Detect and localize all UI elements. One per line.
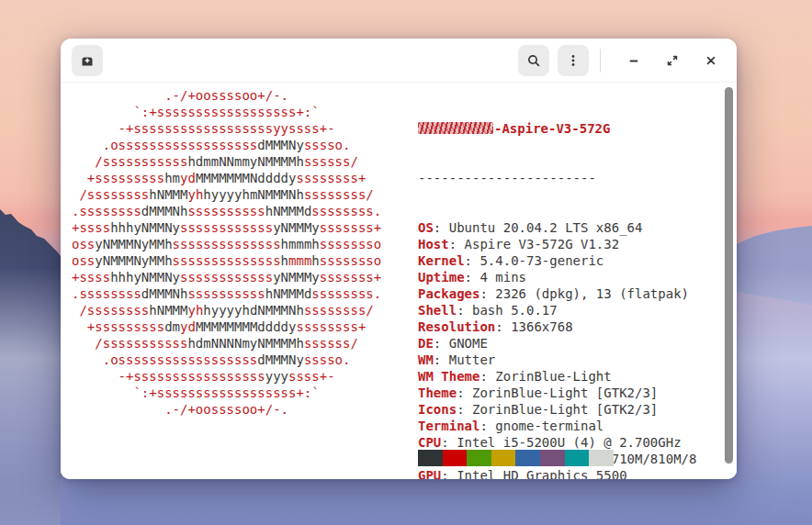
info-line: Packages: 2326 (dpkg), 13 (flatpak)	[418, 285, 696, 302]
info-value: : Aspire V3-572G V1.32	[449, 237, 619, 251]
info-line: OS: Ubuntu 20.04.2 LTS x86_64	[418, 219, 696, 236]
info-value: : ZorinBlue-Light	[479, 369, 611, 384]
info-value: : 5.4.0-73-generic	[465, 253, 604, 268]
palette-block	[515, 450, 540, 466]
palette-row-normal	[418, 450, 614, 466]
minimize-icon	[626, 53, 641, 68]
info-line: Theme: ZorinBlue-Light [GTK2/3]	[418, 385, 696, 401]
minimize-button[interactable]	[621, 48, 647, 73]
scrollbar[interactable]	[725, 87, 733, 464]
info-label: Theme	[418, 385, 457, 400]
info-label: Host	[418, 237, 449, 251]
info-label: OS	[418, 220, 434, 235]
info-label: WM Theme	[418, 369, 479, 384]
info-line: Uptime: 4 mins	[418, 269, 696, 285]
neofetch-title-underline: -----------------------	[418, 170, 696, 186]
palette-block	[491, 450, 516, 466]
ubuntu-ascii-logo: .-/+oossssoo+/-. `:+ssssssssssssssssss+:…	[72, 87, 381, 418]
info-value: : 1366x768	[495, 319, 572, 334]
maximize-button[interactable]	[660, 48, 685, 73]
info-value: : ZorinBlue-Light [GTK2/3]	[457, 385, 658, 400]
palette-block	[540, 450, 565, 466]
close-icon	[704, 53, 718, 68]
palette-block	[418, 450, 443, 466]
info-label: DE	[418, 336, 434, 351]
close-button[interactable]	[698, 48, 724, 73]
neofetch-title-line: -Aspire-V3-572G	[418, 120, 696, 137]
info-value: : GNOME	[434, 336, 488, 351]
headerbar	[61, 39, 737, 83]
info-line: WM: Mutter	[418, 352, 696, 368]
info-value: : 4 mins	[465, 270, 526, 285]
restore-icon	[665, 53, 680, 68]
menu-button[interactable]	[558, 45, 589, 76]
search-button[interactable]	[518, 45, 549, 76]
redacted-username-scribble	[418, 122, 493, 134]
new-tab-button[interactable]	[72, 45, 103, 76]
info-value: : ZorinBlue-Light [GTK2/3]	[457, 402, 658, 417]
terminal-color-palette	[418, 417, 614, 479]
desktop: .-/+oossssoo+/-. `:+ssssssssssssssssss+:…	[0, 0, 812, 525]
palette-block	[565, 450, 590, 466]
info-value: : bash 5.0.17	[457, 303, 558, 318]
headerbar-separator	[600, 49, 601, 73]
palette-block	[589, 450, 614, 466]
info-line: DE: GNOME	[418, 335, 696, 352]
info-label: Icons	[418, 402, 457, 417]
info-line: WM Theme: ZorinBlue-Light	[418, 368, 696, 385]
kebab-menu-icon	[566, 53, 581, 68]
tab-new-icon	[80, 53, 95, 68]
hostname-text: -Aspire-V3-572G	[494, 121, 610, 136]
info-line: Host: Aspire V3-572G V1.32	[418, 236, 696, 252]
info-line: Resolution: 1366x768	[418, 318, 696, 335]
palette-block	[443, 450, 468, 466]
info-value: : 2326 (dpkg), 13 (flatpak)	[479, 286, 689, 301]
neofetch-info: -Aspire-V3-572G ----------------------- …	[418, 87, 696, 479]
info-value: : Mutter	[434, 352, 495, 367]
magnifier-icon	[526, 53, 541, 68]
info-line: Icons: ZorinBlue-Light [GTK2/3]	[418, 401, 696, 418]
info-label: Kernel	[418, 253, 465, 268]
info-value: : Ubuntu 20.04.2 LTS x86_64	[434, 220, 643, 235]
info-label: Uptime	[418, 270, 465, 285]
palette-block	[467, 450, 491, 466]
info-line: Kernel: 5.4.0-73-generic	[418, 252, 696, 269]
info-label: Packages	[418, 286, 479, 301]
info-label: WM	[418, 352, 434, 367]
terminal-window: .-/+oossssoo+/-. `:+ssssssssssssssssss+:…	[61, 39, 737, 479]
info-line: Shell: bash 5.0.17	[418, 302, 696, 318]
terminal-content[interactable]: .-/+oossssoo+/-. `:+ssssssssssssssssss+:…	[61, 83, 737, 479]
info-label: Resolution	[418, 319, 495, 334]
info-label: Shell	[418, 303, 457, 318]
